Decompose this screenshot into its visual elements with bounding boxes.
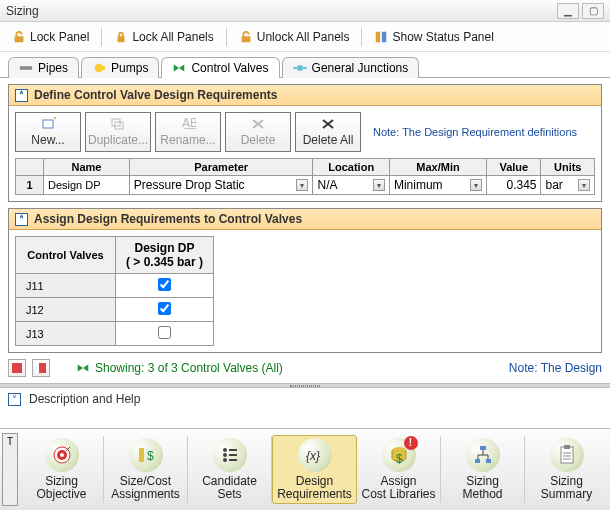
cell-units[interactable]: bar▾ bbox=[541, 176, 595, 195]
candidate-sets-button[interactable]: CandidateSets bbox=[188, 436, 272, 503]
separator bbox=[101, 28, 102, 46]
sizing-method-button[interactable]: SizingMethod bbox=[441, 436, 525, 503]
requirements-grid: Name Parameter Location Max/Min Value Un… bbox=[15, 158, 595, 195]
junction-icon bbox=[293, 61, 307, 75]
unlock-icon bbox=[12, 30, 26, 44]
delete-all-icon bbox=[320, 117, 336, 131]
collapse-toggle[interactable]: ˄ bbox=[15, 89, 28, 102]
tab-pipes-label: Pipes bbox=[38, 61, 68, 75]
minimize-button[interactable]: ▁ bbox=[557, 3, 579, 19]
unlock-icon bbox=[239, 30, 253, 44]
chevron-down-icon[interactable]: ▾ bbox=[578, 179, 590, 191]
valve-icon bbox=[172, 61, 186, 75]
svg-rect-28 bbox=[475, 459, 480, 463]
assign-checkbox[interactable] bbox=[158, 302, 171, 315]
brace-x-icon: {x} bbox=[304, 444, 326, 466]
showing-status: Showing: 3 of 3 Control Valves (All) bbox=[76, 361, 283, 375]
valve-icon bbox=[76, 361, 90, 375]
svg-rect-29 bbox=[486, 459, 491, 463]
sizing-objective-button[interactable]: SizingObjective bbox=[20, 436, 104, 503]
lock-all-button[interactable]: Lock All Panels bbox=[108, 28, 219, 46]
pipe-icon bbox=[19, 61, 33, 75]
col-value: Value bbox=[487, 159, 541, 176]
unlock-all-button[interactable]: Unlock All Panels bbox=[233, 28, 356, 46]
status-note: Note: The Design bbox=[509, 361, 602, 375]
maximize-button[interactable]: ▢ bbox=[582, 3, 604, 19]
chevron-down-icon[interactable]: ▾ bbox=[296, 179, 308, 191]
target-icon bbox=[52, 445, 72, 465]
svg-point-20 bbox=[223, 458, 227, 462]
tab-pumps[interactable]: Pumps bbox=[81, 57, 159, 78]
collapse-toggle[interactable]: ˄ bbox=[15, 213, 28, 226]
define-requirements-panel: ˄ Define Control Valve Design Requiremen… bbox=[8, 84, 602, 202]
assign-checkbox[interactable] bbox=[158, 326, 171, 339]
col-name: Name bbox=[44, 159, 130, 176]
svg-rect-5 bbox=[297, 65, 302, 70]
valve-name: J12 bbox=[16, 298, 116, 322]
cell-value[interactable]: 0.345 bbox=[487, 176, 541, 195]
bottom-buttons: SizingObjective $ Size/CostAssignments C… bbox=[20, 433, 608, 506]
top-toolbar: Lock Panel Lock All Panels Unlock All Pa… bbox=[0, 22, 610, 52]
svg-rect-2 bbox=[20, 66, 32, 70]
svg-rect-31 bbox=[564, 445, 570, 449]
svg-point-3 bbox=[95, 64, 104, 73]
assign-grid: Control Valves Design DP ( > 0.345 bar )… bbox=[15, 236, 214, 346]
svg-rect-0 bbox=[376, 31, 380, 42]
clipboard-icon bbox=[557, 445, 577, 465]
view-mode-button-1[interactable] bbox=[8, 359, 26, 377]
show-status-label: Show Status Panel bbox=[392, 30, 493, 44]
delete-all-button[interactable]: Delete All bbox=[295, 112, 361, 152]
cell-maxmin[interactable]: Minimum▾ bbox=[389, 176, 486, 195]
new-button[interactable]: ✦ New... bbox=[15, 112, 81, 152]
table-row: J12 bbox=[16, 298, 214, 322]
svg-text:$: $ bbox=[396, 452, 403, 465]
table-row[interactable]: 1 Design DP Pressure Drop Static▾ N/A▾ M… bbox=[16, 176, 595, 195]
assign-checkbox[interactable] bbox=[158, 278, 171, 291]
svg-point-18 bbox=[223, 448, 227, 452]
tab-control-valves[interactable]: Control Valves bbox=[161, 57, 279, 78]
cell-location[interactable]: N/A▾ bbox=[313, 176, 389, 195]
expand-toggle[interactable]: ˅ bbox=[8, 393, 21, 406]
svg-text:{x}: {x} bbox=[306, 449, 320, 463]
assign-requirements-panel: ˄ Assign Design Requirements to Control … bbox=[8, 208, 602, 353]
text-toggle-button[interactable]: T bbox=[2, 433, 18, 506]
assign-cost-libraries-button[interactable]: $! AssignCost Libraries bbox=[357, 436, 441, 503]
bottom-bar: T SizingObjective $ Size/CostAssignments… bbox=[0, 428, 610, 510]
cell-parameter[interactable]: Pressure Drop Static▾ bbox=[129, 176, 313, 195]
sizing-summary-button[interactable]: SizingSummary bbox=[525, 436, 608, 503]
row-number: 1 bbox=[16, 176, 44, 195]
grid-corner bbox=[16, 159, 44, 176]
chevron-down-icon[interactable]: ▾ bbox=[470, 179, 482, 191]
panel-header: ˄ Assign Design Requirements to Control … bbox=[9, 209, 601, 230]
view-mode-button-2[interactable] bbox=[32, 359, 50, 377]
rename-button[interactable]: A͟B Rename... bbox=[155, 112, 221, 152]
pump-icon bbox=[92, 61, 106, 75]
tab-pumps-label: Pumps bbox=[111, 61, 148, 75]
svg-text:$: $ bbox=[147, 449, 154, 463]
delete-button[interactable]: Delete bbox=[225, 112, 291, 152]
tab-pipes[interactable]: Pipes bbox=[8, 57, 79, 78]
panel-title: Define Control Valve Design Requirements bbox=[34, 88, 277, 102]
svg-rect-27 bbox=[480, 446, 486, 450]
col-control-valves: Control Valves bbox=[16, 237, 116, 274]
chevron-down-icon[interactable]: ▾ bbox=[373, 179, 385, 191]
cell-name[interactable]: Design DP bbox=[44, 176, 130, 195]
design-requirements-button[interactable]: {x} DesignRequirements bbox=[272, 435, 357, 504]
col-parameter: Parameter bbox=[129, 159, 313, 176]
show-status-button[interactable]: Show Status Panel bbox=[368, 28, 499, 46]
delete-label: Delete bbox=[241, 133, 276, 147]
size-cost-button[interactable]: $ Size/CostAssignments bbox=[104, 436, 188, 503]
valve-name: J13 bbox=[16, 322, 116, 346]
ruler-icon bbox=[374, 30, 388, 44]
svg-rect-30 bbox=[561, 447, 573, 463]
duplicate-button[interactable]: Duplicate... bbox=[85, 112, 151, 152]
list-icon bbox=[220, 445, 240, 465]
description-label: Description and Help bbox=[29, 392, 140, 406]
separator bbox=[361, 28, 362, 46]
lock-all-label: Lock All Panels bbox=[132, 30, 213, 44]
lock-panel-label: Lock Panel bbox=[30, 30, 89, 44]
valve-name: J11 bbox=[16, 274, 116, 298]
definitions-note: Note: The Design Requirement definitions bbox=[373, 126, 577, 138]
tab-general-junctions[interactable]: General Junctions bbox=[282, 57, 420, 78]
lock-panel-button[interactable]: Lock Panel bbox=[6, 28, 95, 46]
